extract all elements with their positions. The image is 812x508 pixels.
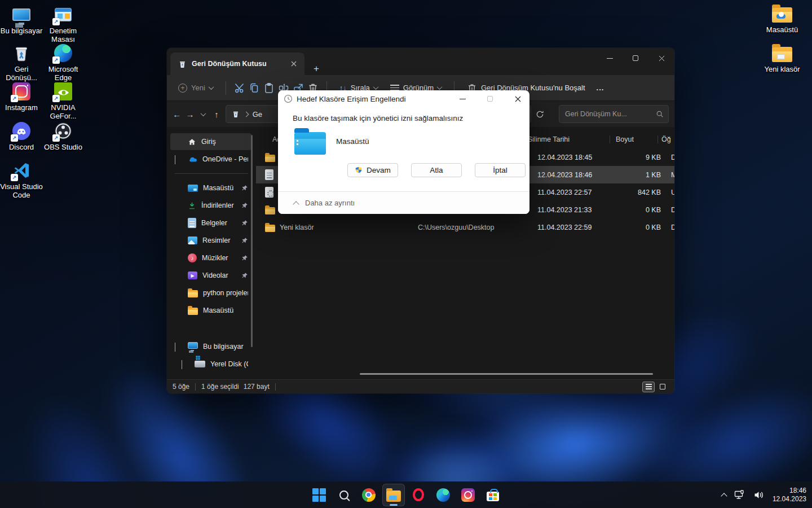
sidebar-item-home[interactable]: Giriş [170,133,251,150]
dialog-minimize-button[interactable] [451,90,474,107]
window-minimize-button[interactable] [597,48,623,68]
column-header-type[interactable]: Öğ [657,135,674,143]
search-box[interactable] [559,105,669,123]
explorer-titlebar[interactable]: Geri Dönüşüm Kutusu + [167,48,674,75]
sidebar-item-desktop[interactable]: Masaüstü [170,179,251,196]
start-button[interactable] [308,484,330,506]
taskbar-microsoft-store[interactable] [482,484,504,506]
hidden-icons-chevron[interactable] [721,493,727,499]
plus-circle-icon: + [178,84,187,93]
new-menu-button[interactable]: + Yeni [174,80,218,96]
forward-button[interactable]: → [186,107,194,121]
sidebar-item-masaustu-folder[interactable]: Masaüstü [170,302,251,319]
edge-icon [436,488,450,502]
sidebar-item-pictures[interactable]: Resimler [170,232,251,249]
taskbar-instagram[interactable] [457,484,479,506]
desktop-icon-discord[interactable]: ↗ Discord [0,121,43,151]
search-icon [339,491,348,500]
taskbar-opera-gx[interactable] [407,484,430,506]
sidebar-item-music[interactable]: ♪ Müzikler [170,249,251,266]
desktop-folder-icon [188,185,198,192]
sidebar-item-python-projeleri[interactable]: python projeleri [170,284,251,301]
chevron-down-icon [437,84,443,90]
windows-logo-icon [312,488,326,502]
sidebar-item-this-pc[interactable]: Bu bilgisayar [170,338,251,355]
window-close-button[interactable] [648,48,674,68]
dialog-titlebar[interactable]: Hedef Klasöre Erişim Engellendi [278,90,529,107]
sidebar-scrollbar[interactable] [251,135,253,347]
desktop-icon-control-panel[interactable]: ↗ Denetim Masası [42,5,85,43]
network-icon[interactable] [734,490,745,500]
local-disk-icon [195,361,205,367]
breadcrumb-segment[interactable]: Ge [253,110,262,119]
large-icons-view-button[interactable] [656,382,669,392]
folder-icon [265,207,275,214]
details-toggle[interactable]: Daha az ayrıntı [278,191,529,214]
pin-icon [241,220,248,226]
text-document-icon [265,169,273,180]
tab-close-icon[interactable] [288,58,300,70]
dialog-close-button[interactable] [506,90,529,107]
downloads-icon [188,202,196,210]
skip-button[interactable]: Atla [411,163,462,177]
expander-icon[interactable] [175,343,175,352]
sidebar-item-onedrive[interactable]: OneDrive - Pers [170,151,251,168]
cancel-button[interactable]: İptal [475,163,526,177]
instagram-icon [461,488,475,502]
sidebar-item-documents[interactable]: Belgeler [170,214,251,231]
taskbar-chrome[interactable] [358,484,380,506]
sidebar-item-downloads[interactable]: İndirilenler [170,197,251,214]
desktop-icon-vscode[interactable]: ↗ Visual Studio Code [0,160,43,199]
search-input[interactable] [565,110,656,118]
desktop-icon-edge[interactable]: ↗ Microsoft Edge [42,43,85,82]
copy-button[interactable] [249,82,260,94]
sidebar-item-local-disk-c[interactable]: Yerel Disk (C:) [177,356,251,373]
taskbar-file-explorer[interactable] [382,484,405,506]
desktop-icon-recycle-bin[interactable]: Geri Dönüşü... [0,43,43,82]
new-tab-button[interactable]: + [310,63,323,75]
items-count: 5 öğe [173,383,189,391]
shortcut-arrow-icon: ↗ [11,174,18,181]
taskbar-edge[interactable] [432,484,454,506]
details-view-button[interactable] [642,382,655,392]
refresh-button[interactable] [536,107,544,121]
pin-icon [241,202,248,209]
column-header-size[interactable]: Boyut [610,135,657,143]
expander-icon[interactable] [175,155,175,164]
explorer-tab[interactable]: Geri Dönüşüm Kutusu [170,52,304,75]
tab-title: Geri Dönüşüm Kutusu [192,60,283,68]
desktop-icon-label: Denetim Masası [42,27,85,43]
window-maximize-button[interactable] [623,48,648,68]
taskbar: 18:46 12.04.2023 [0,481,812,508]
recent-locations-button[interactable] [199,107,208,121]
desktop-icon-label: Instagram [0,103,43,112]
desktop-icon-this-pc[interactable]: Bu bilgisayar [0,5,43,35]
folder-icon [188,290,198,297]
taskbar-clock[interactable]: 18:46 12.04.2023 [773,487,806,503]
shortcut-arrow-icon: ↗ [52,18,60,25]
desktop-icon-obs[interactable]: ↗ OBS Studio [42,121,85,151]
desktop-icon-label: Discord [0,143,43,151]
volume-icon[interactable] [753,491,765,500]
horizontal-scrollbar[interactable] [360,373,653,375]
opera-gx-icon [413,488,424,501]
back-button[interactable]: ← [173,107,181,121]
paste-button[interactable] [263,82,275,94]
cut-button[interactable] [234,82,245,94]
desktop-icon-instagram[interactable]: ↗ Instagram [0,81,43,112]
access-denied-dialog: Hedef Klasöre Erişim Engellendi Bu klasö… [278,90,529,214]
desktop-icon-yeni-klasor[interactable]: Yeni klasör [761,43,804,73]
desktop-icon-nvidia[interactable]: ↗ NVIDIA GeFor... [42,81,85,120]
file-explorer-icon [386,491,401,502]
file-row[interactable]: Yeni klasör C:\Users\ozguu\Desktop 11.04… [256,218,674,236]
desktop-icon-masaustu-folder[interactable]: Masaüstü [761,3,804,34]
continue-button[interactable]: Devam [347,163,398,177]
column-header-deleted-date[interactable]: Silinme Tarihi [524,135,610,143]
expander-icon[interactable] [182,360,182,369]
up-button[interactable]: ↑ [212,107,220,121]
pin-icon [241,272,248,279]
taskbar-search-button[interactable] [333,484,355,506]
more-options-button[interactable]: ... [597,84,604,92]
shortcut-arrow-icon: ↗ [52,56,60,64]
sidebar-item-videos[interactable]: ▶ Videolar [170,267,251,284]
